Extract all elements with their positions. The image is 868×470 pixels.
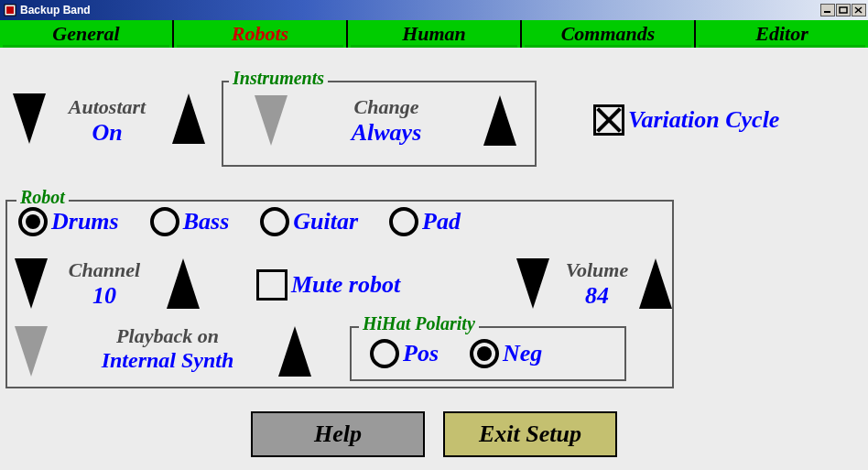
- instruments-change-decrease-arrow[interactable]: [255, 95, 288, 146]
- volume-decrease-arrow[interactable]: [516, 258, 549, 309]
- help-button[interactable]: Help: [251, 411, 425, 457]
- variation-cycle-checkbox-item: Variation Cycle: [593, 104, 779, 136]
- window-maximize-button[interactable]: [836, 4, 851, 16]
- robot-radio-drums[interactable]: [18, 207, 48, 236]
- instruments-change-label: Change: [322, 95, 450, 119]
- robot-radio-guitar[interactable]: [260, 207, 289, 236]
- robot-radio-pad-label: Pad: [422, 208, 461, 235]
- instruments-group: Instruments Change Always: [222, 81, 537, 167]
- window-minimize-button[interactable]: [820, 4, 835, 16]
- hihat-radio-pos-label: Pos: [403, 340, 439, 367]
- playback-field: Playback on Internal Synth: [53, 324, 282, 373]
- volume-increase-arrow[interactable]: [639, 258, 672, 309]
- robot-radio-bass-label: Bass: [183, 208, 230, 235]
- hihat-radio-neg[interactable]: [470, 339, 499, 368]
- tab-commands[interactable]: Commands: [522, 20, 696, 48]
- channel-increase-arrow[interactable]: [167, 258, 200, 309]
- hihat-polarity-group: HiHat Polarity Pos Neg: [350, 326, 626, 381]
- channel-label: Channel: [49, 258, 159, 282]
- playback-increase-arrow[interactable]: [278, 326, 311, 377]
- tab-robots[interactable]: Robots: [174, 20, 348, 48]
- hihat-radio-pos[interactable]: [370, 339, 399, 368]
- mute-robot-label: Mute robot: [291, 271, 400, 299]
- hihat-radio-neg-label: Neg: [503, 340, 542, 367]
- channel-field: Channel 10: [49, 258, 159, 310]
- playback-label: Playback on: [53, 324, 282, 348]
- window-titlebar: Backup Band: [0, 0, 868, 20]
- mute-robot-checkbox[interactable]: [256, 269, 288, 301]
- autostart-label: Autostart: [48, 95, 167, 119]
- autostart-field: Autostart On: [48, 95, 167, 147]
- instruments-change-value: Always: [322, 119, 450, 147]
- volume-value: 84: [551, 282, 643, 310]
- svg-rect-3: [840, 7, 847, 13]
- instruments-change-increase-arrow[interactable]: [483, 95, 516, 146]
- variation-cycle-checkbox[interactable]: [593, 104, 624, 136]
- robot-radio-drums-label: Drums: [51, 208, 119, 235]
- tab-general[interactable]: General: [0, 20, 174, 48]
- system-menu-icon[interactable]: [4, 4, 16, 16]
- instruments-legend: Instruments: [229, 68, 328, 89]
- channel-decrease-arrow[interactable]: [15, 258, 48, 309]
- window-close-button[interactable]: [852, 4, 866, 16]
- autostart-value: On: [48, 119, 167, 147]
- tab-bar: General Robots Human Commands Editor: [0, 20, 868, 48]
- channel-value: 10: [49, 282, 159, 310]
- instruments-change-field: Change Always: [322, 95, 450, 147]
- volume-field: Volume 84: [551, 258, 643, 310]
- variation-cycle-label: Variation Cycle: [628, 106, 779, 134]
- svg-rect-1: [6, 6, 14, 14]
- playback-value: Internal Synth: [53, 348, 282, 373]
- window-title: Backup Band: [20, 4, 91, 16]
- hihat-polarity-legend: HiHat Polarity: [359, 313, 479, 334]
- robot-group: Robot Drums Bass Guitar Pad Channel: [5, 200, 674, 388]
- robot-radio-bass[interactable]: [150, 207, 179, 236]
- robot-radio-guitar-label: Guitar: [293, 208, 358, 235]
- tab-editor[interactable]: Editor: [696, 20, 868, 48]
- tab-human[interactable]: Human: [348, 20, 522, 48]
- playback-decrease-arrow[interactable]: [15, 326, 48, 377]
- autostart-increase-arrow[interactable]: [172, 93, 205, 144]
- autostart-decrease-arrow[interactable]: [13, 93, 46, 144]
- volume-label: Volume: [551, 258, 643, 282]
- robot-legend: Robot: [16, 187, 69, 208]
- robot-radio-pad[interactable]: [389, 207, 418, 236]
- exit-setup-button[interactable]: Exit Setup: [443, 411, 617, 457]
